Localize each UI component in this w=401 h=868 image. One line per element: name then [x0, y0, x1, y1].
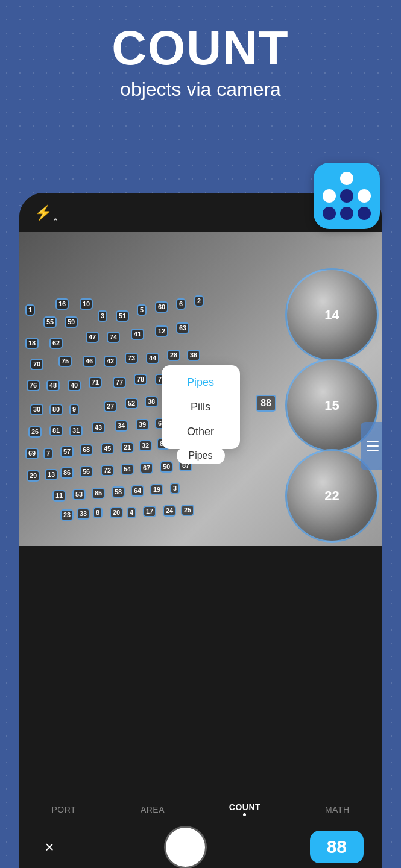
num-badge-8b: 8	[93, 507, 103, 518]
num-badge-25: 25	[181, 505, 194, 516]
num-badge-52: 52	[125, 398, 138, 409]
num-badge-68: 68	[80, 444, 93, 456]
pipe-label-15: 15	[324, 398, 339, 414]
dot-3	[358, 172, 371, 185]
large-pipe-1: 14	[285, 268, 379, 362]
num-badge-2: 2	[194, 295, 204, 307]
num-badge-42: 42	[104, 356, 117, 367]
header: COUNT objects via camera	[0, 0, 401, 113]
num-badge-44: 44	[146, 353, 159, 364]
num-badge-10: 10	[80, 298, 93, 310]
dot-1	[323, 172, 336, 185]
num-badge-73: 73	[125, 353, 138, 364]
num-badge-32: 32	[139, 440, 152, 451]
dot-2	[340, 172, 353, 185]
dot-6	[358, 189, 371, 203]
num-badge-78: 78	[134, 374, 147, 385]
side-line-3	[367, 450, 379, 451]
pipe-label-14: 14	[324, 307, 339, 323]
side-panel-icon	[367, 441, 379, 451]
close-button[interactable]: ×	[37, 835, 62, 859]
viewfinder: 14 15 22 1 16 10 55 59 3 51 5 60 6 2 18 …	[19, 232, 382, 546]
side-line-1	[367, 441, 379, 442]
flash-icon[interactable]: ⚡A	[34, 204, 52, 221]
nav-item-port[interactable]: PORT	[51, 805, 76, 814]
bottom-nav: PORT AREA COUNT MATH	[19, 793, 382, 826]
dot-4	[323, 189, 336, 203]
num-badge-67: 67	[140, 462, 153, 474]
num-badge-50: 50	[160, 461, 173, 473]
num-badge-69: 69	[25, 448, 39, 459]
side-panel[interactable]	[361, 422, 382, 470]
num-badge-38: 38	[145, 396, 158, 407]
dot-7	[323, 207, 336, 220]
num-badge-11: 11	[52, 490, 66, 502]
num-badge-16: 16	[55, 298, 69, 310]
num-badge-17: 17	[143, 506, 156, 517]
num-badge-7: 7	[43, 448, 53, 459]
num-badge-27: 27	[104, 401, 117, 412]
app-icon[interactable]	[314, 163, 380, 229]
selected-mode-pill[interactable]: Pipes	[176, 447, 224, 464]
dropdown-item-pills[interactable]: Pills	[162, 395, 240, 420]
num-badge-74: 74	[107, 332, 120, 343]
dot-8	[340, 207, 353, 220]
num-badge-39: 39	[136, 419, 149, 430]
nav-active-dot	[243, 813, 246, 816]
dropdown-item-pipes[interactable]: Pipes	[162, 370, 240, 395]
num-badge-71: 71	[89, 377, 102, 388]
nav-item-count[interactable]: COUNT	[229, 802, 260, 816]
num-badge-58: 58	[112, 486, 125, 498]
count-badge[interactable]: 88	[310, 831, 364, 863]
num-badge-26: 26	[28, 426, 42, 438]
num-badge-13: 13	[45, 469, 58, 480]
num-badge-81: 81	[49, 425, 63, 436]
num-badge-20: 20	[110, 507, 123, 518]
dot-5	[340, 189, 353, 203]
page-title: COUNT	[0, 24, 401, 72]
num-badge-18: 18	[25, 338, 39, 349]
num-badge-75: 75	[58, 356, 72, 367]
num-badge-34: 34	[115, 420, 128, 432]
bottom-controls: × 88	[19, 826, 382, 868]
num-badge-36: 36	[187, 350, 200, 361]
dot-9	[358, 207, 371, 220]
num-badge-9: 9	[69, 404, 79, 415]
num-badge-43: 43	[92, 422, 105, 433]
num-badge-23: 23	[60, 509, 74, 521]
num-badge-86: 86	[60, 467, 74, 479]
pipe-label-22: 22	[324, 488, 339, 504]
num-badge-28: 28	[167, 350, 180, 361]
num-badge-3b: 3	[170, 483, 180, 494]
num-badge-64: 64	[131, 485, 144, 497]
num-badge-29: 29	[27, 470, 40, 482]
num-badge-47: 47	[86, 332, 99, 343]
num-badge-21: 21	[121, 442, 134, 453]
shutter-button[interactable]	[166, 828, 205, 867]
num-badge-19: 19	[150, 484, 163, 495]
num-badge-33: 33	[77, 508, 90, 520]
num-badge-41: 41	[131, 329, 144, 340]
dropdown-item-other[interactable]: Other	[162, 420, 240, 444]
num-badge-63: 63	[176, 322, 189, 334]
nav-item-area[interactable]: AREA	[141, 805, 165, 814]
num-badge-76: 76	[27, 380, 40, 391]
num-badge-4: 4	[127, 507, 136, 518]
num-badge-12: 12	[155, 326, 168, 337]
num-badge-70: 70	[30, 359, 43, 370]
num-badge-54: 54	[121, 464, 134, 475]
num-badge-6: 6	[176, 298, 186, 310]
num-badge-3: 3	[98, 310, 107, 322]
badge-88-side: 88	[256, 395, 276, 412]
num-badge-80: 80	[49, 404, 63, 415]
app-icon-dots	[317, 166, 377, 226]
num-badge-62: 62	[49, 338, 63, 349]
nav-item-math[interactable]: MATH	[325, 805, 350, 814]
num-badge-59: 59	[65, 316, 78, 328]
num-badge-72: 72	[101, 465, 114, 476]
num-badge-45: 45	[101, 443, 114, 454]
num-badge-60: 60	[155, 301, 168, 313]
num-badge-77: 77	[113, 377, 126, 388]
phone-frame: ⚡A i 14 15 22 1 16 10 55 59 3 51 5 60 6 …	[19, 193, 382, 868]
num-badge-51: 51	[116, 310, 129, 322]
